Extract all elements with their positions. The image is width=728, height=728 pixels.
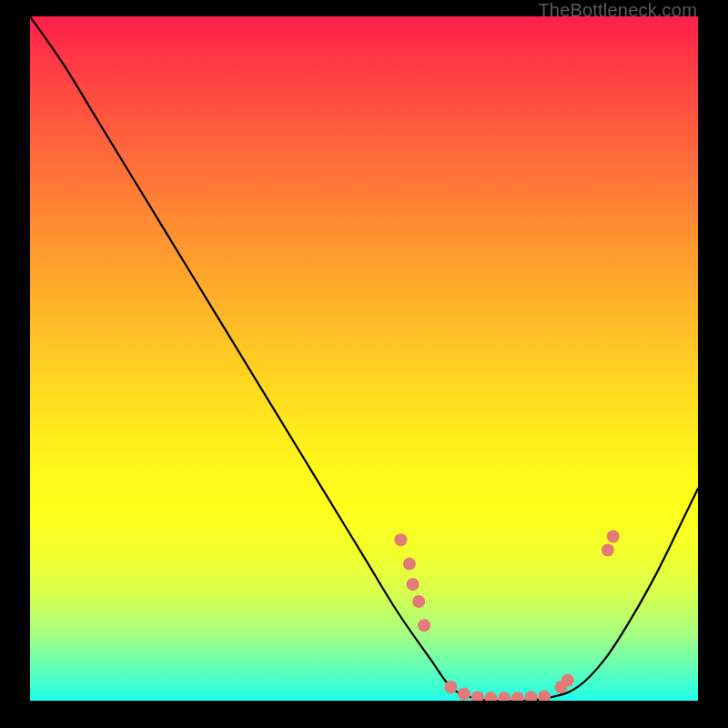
data-point (602, 544, 614, 557)
data-point (498, 692, 511, 701)
data-point (458, 687, 470, 700)
data-point (561, 673, 574, 686)
chart-svg (30, 16, 698, 701)
data-point (418, 619, 430, 632)
data-point (607, 531, 620, 543)
data-point (471, 691, 484, 701)
chart-plot-area (30, 16, 698, 701)
watermark-text: TheBottleneck.com (538, 0, 697, 21)
data-point (403, 558, 416, 571)
data-point (484, 692, 497, 701)
data-point (444, 681, 457, 693)
data-point (394, 533, 407, 546)
data-point (538, 690, 551, 701)
data-point (407, 578, 420, 591)
data-point (412, 595, 425, 608)
data-points-group (394, 531, 619, 701)
data-point (511, 692, 524, 701)
data-point (525, 691, 538, 701)
bottleneck-curve (30, 16, 698, 701)
